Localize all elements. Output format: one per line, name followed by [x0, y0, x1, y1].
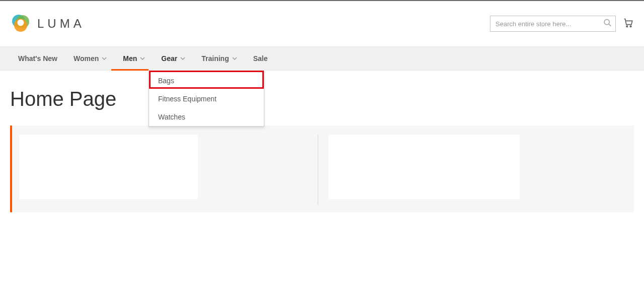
nav-item-sale[interactable]: Sale	[245, 47, 276, 70]
svg-point-6	[626, 26, 628, 27]
nav-label: Gear	[161, 54, 177, 63]
search-box	[490, 16, 616, 32]
svg-point-3	[18, 20, 24, 26]
nav-label: Women	[74, 54, 99, 63]
search-input[interactable]	[490, 16, 616, 32]
nav-active-indicator	[111, 69, 149, 71]
nav-item-whats-new[interactable]: What's New	[10, 47, 65, 70]
gear-dropdown: Bags Fitness Equipment Watches	[149, 71, 264, 127]
dropdown-item-watches[interactable]: Watches	[149, 108, 264, 126]
svg-point-7	[630, 26, 631, 27]
dropdown-item-label: Fitness Equipment	[158, 95, 217, 103]
chevron-down-icon	[180, 54, 185, 63]
promo-block	[10, 126, 634, 212]
dropdown-item-label: Bags	[158, 77, 174, 85]
promo-card-left[interactable]	[19, 135, 198, 199]
search-icon[interactable]	[603, 19, 612, 29]
header-actions	[490, 16, 634, 32]
main-content: Home Page	[0, 71, 644, 212]
nav-item-men[interactable]: Men	[115, 47, 153, 70]
svg-point-4	[604, 20, 609, 25]
logo-icon	[10, 12, 31, 35]
logo[interactable]: LUMA	[10, 12, 85, 35]
svg-line-5	[609, 24, 611, 26]
cart-icon[interactable]	[623, 17, 634, 30]
chevron-down-icon	[232, 54, 237, 63]
promo-card-right[interactable]	[328, 135, 520, 199]
nav-item-training[interactable]: Training	[193, 47, 245, 70]
dropdown-item-label: Watches	[158, 113, 185, 121]
main-nav: What's New Women Men Gear	[0, 46, 644, 71]
chevron-down-icon	[140, 54, 145, 63]
nav-label: Training	[201, 54, 229, 63]
nav-label: Men	[123, 54, 137, 63]
dropdown-item-fitness-equipment[interactable]: Fitness Equipment	[149, 90, 264, 108]
nav-label: Sale	[253, 54, 268, 63]
page-title: Home Page	[10, 88, 634, 110]
promo-divider	[318, 135, 318, 205]
logo-text: LUMA	[37, 17, 85, 31]
dropdown-item-bags[interactable]: Bags	[149, 72, 264, 90]
header: LUMA	[0, 1, 644, 46]
nav-item-women[interactable]: Women	[65, 47, 115, 70]
nav-list: What's New Women Men Gear	[0, 47, 644, 70]
chevron-down-icon	[102, 54, 107, 63]
nav-label: What's New	[18, 54, 57, 63]
nav-item-gear[interactable]: Gear	[153, 47, 193, 70]
